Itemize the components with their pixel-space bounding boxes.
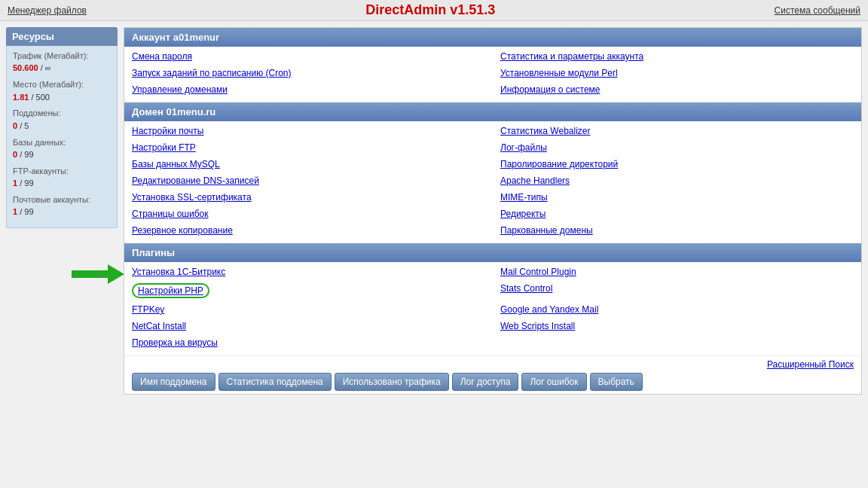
file-manager-link[interactable]: Менеджер файлов — [8, 5, 87, 16]
link-webalizer[interactable]: Статистика Webalizer — [493, 123, 861, 139]
link-virus-check[interactable]: Проверка на вирусы — [124, 334, 493, 351]
top-bar: Менеджер файлов DirectAdmin v1.51.3 Сист… — [0, 0, 868, 21]
plugins-section-header: Плагины — [124, 243, 861, 262]
btn-access-log[interactable]: Лог доступа — [452, 373, 519, 391]
link-account-stats[interactable]: Статистика и параметры аккаунта — [493, 48, 861, 65]
bottom-area: Расширенный Поиск Имя поддомена Статисти… — [124, 355, 861, 394]
link-parked-domains[interactable]: Паркованные домены — [493, 222, 861, 239]
link-dns[interactable]: Редактирование DNS-записей — [124, 172, 493, 189]
plugins-links-grid: Установка 1С-Битрикс Mail Control Plugin… — [124, 262, 861, 352]
link-stats-control[interactable]: Stats Control — [493, 280, 861, 301]
sidebar-traffic: Трафик (Мегабайт): 50.600 / ∞ — [13, 50, 111, 75]
link-mime[interactable]: MIME-типы — [493, 189, 861, 206]
link-ftp-settings[interactable]: Настройки FTP — [124, 139, 493, 156]
btn-error-log[interactable]: Лог ошибок — [521, 373, 586, 391]
account-links-grid: Смена пароля Статистика и параметры акка… — [124, 47, 861, 99]
svg-marker-0 — [72, 264, 124, 284]
account-section-header: Аккаунт a01menur — [124, 28, 861, 47]
bottom-buttons-row: Имя поддомена Статистика поддомена Испол… — [132, 373, 854, 391]
link-error-pages[interactable]: Страницы ошибок — [124, 206, 493, 222]
sidebar-content: Трафик (Мегабайт): 50.600 / ∞ Место (Мег… — [6, 46, 118, 228]
link-change-password[interactable]: Смена пароля — [124, 48, 493, 65]
link-redirects[interactable]: Редиректы — [493, 206, 861, 222]
link-backup[interactable]: Резервное копирование — [124, 222, 493, 239]
link-google-yandex-mail[interactable]: Google and Yandex Mail — [493, 301, 861, 318]
link-system-info[interactable]: Информация о системе — [493, 81, 861, 98]
app-title: DirectAdmin v1.51.3 — [365, 2, 495, 18]
link-manage-domains[interactable]: Управление доменами — [124, 81, 493, 98]
sidebar: Ресурсы Трафик (Мегабайт): 50.600 / ∞ Ме… — [6, 27, 118, 395]
btn-traffic-used[interactable]: Использовано трафика — [335, 373, 449, 391]
plugins-section: Плагины Установка 1С-Битрикс Mail Contro… — [124, 243, 861, 352]
sidebar-ftp: FTP-аккаунты: 1 / 99 — [13, 166, 111, 190]
link-bitrix[interactable]: Установка 1С-Битрикс — [124, 264, 493, 280]
main-layout: Ресурсы Трафик (Мегабайт): 50.600 / ∞ Ме… — [0, 21, 868, 401]
link-ssl[interactable]: Установка SSL-сертификата — [124, 189, 493, 206]
link-perl-modules[interactable]: Установленные модули Perl — [493, 65, 861, 81]
link-ftpkey[interactable]: FTPKey — [124, 301, 493, 318]
arrow-icon — [72, 264, 124, 284]
domain-section: Домен 01menu.ru Настройки почты Статисти… — [124, 102, 861, 240]
arrow-indicator — [72, 264, 124, 284]
sidebar-space: Место (Мегабайт): 1.81 / 500 — [13, 79, 111, 103]
advanced-search-container: Расширенный Поиск — [132, 359, 854, 370]
link-netcat[interactable]: NetCat Install — [124, 318, 493, 334]
empty-cell — [493, 334, 861, 351]
sidebar-title: Ресурсы — [6, 27, 118, 46]
link-password-protect[interactable]: Паролирование директорий — [493, 156, 861, 172]
link-mysql[interactable]: Базы данных MySQL — [124, 156, 493, 172]
sidebar-mail: Почтовые аккаунты: 1 / 99 — [13, 194, 111, 218]
link-mail-control[interactable]: Mail Control Plugin — [493, 264, 861, 280]
sidebar-subdomains: Поддомены: 0 / 5 — [13, 108, 111, 132]
domain-section-header: Домен 01menu.ru — [124, 102, 861, 121]
advanced-search-link[interactable]: Расширенный Поиск — [767, 359, 854, 370]
link-cron[interactable]: Запуск заданий по расписанию (Cron) — [124, 65, 493, 81]
link-web-scripts[interactable]: Web Scripts Install — [493, 318, 861, 334]
sidebar-databases: Базы данных: 0 / 99 — [13, 137, 111, 161]
account-section: Аккаунт a01menur Смена пароля Статистика… — [124, 28, 861, 99]
php-settings-container: Настройки PHP — [124, 280, 493, 301]
content-area: Аккаунт a01menur Смена пароля Статистика… — [124, 27, 862, 395]
link-mail-settings[interactable]: Настройки почты — [124, 123, 493, 139]
link-apache-handlers[interactable]: Apache Handlers — [493, 172, 861, 189]
btn-select[interactable]: Выбрать — [590, 373, 643, 391]
btn-subdomain-stats[interactable]: Статистика поддомена — [219, 373, 332, 391]
link-logs[interactable]: Лог-файлы — [493, 139, 861, 156]
domain-links-grid: Настройки почты Статистика Webalizer Нас… — [124, 121, 861, 240]
link-php-settings[interactable]: Настройки PHP — [132, 283, 209, 298]
btn-subdomain-name[interactable]: Имя поддомена — [132, 373, 215, 391]
messages-link[interactable]: Система сообщений — [775, 5, 860, 16]
